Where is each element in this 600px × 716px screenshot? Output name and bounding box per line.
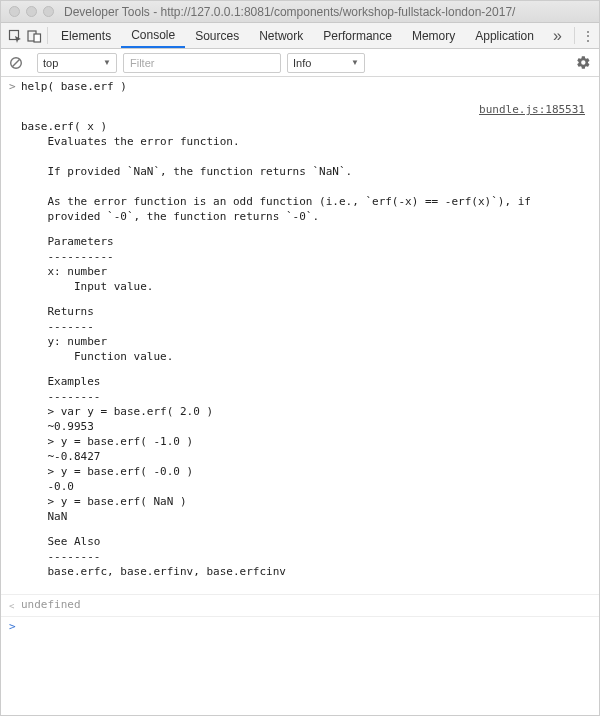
- traffic-lights: [9, 6, 54, 17]
- help-signature: base.erf( x ): [21, 119, 589, 134]
- section-underline: --------: [21, 549, 589, 564]
- help-blank: [21, 579, 589, 594]
- section-underline: ----------: [21, 249, 589, 264]
- tab-sources[interactable]: Sources: [185, 23, 249, 48]
- see-also-line: base.erfc, base.erfinv, base.erfcinv: [21, 564, 589, 579]
- help-blank: [21, 179, 589, 194]
- tab-network[interactable]: Network: [249, 23, 313, 48]
- example-result: ~-0.8427: [21, 449, 589, 464]
- console-settings-icon[interactable]: [573, 53, 593, 73]
- close-window-button[interactable]: [9, 6, 20, 17]
- tab-memory[interactable]: Memory: [402, 23, 465, 48]
- window-titlebar: Developer Tools - http://127.0.0.1:8081/…: [1, 1, 599, 23]
- section-heading: See Also: [21, 534, 589, 549]
- help-line: If provided `NaN`, the function returns …: [21, 164, 589, 179]
- return-line: y: number: [21, 334, 589, 349]
- return-desc: Function value.: [21, 349, 589, 364]
- section-heading: Examples: [21, 374, 589, 389]
- example-line: > y = base.erf( -0.0 ): [21, 464, 589, 479]
- clear-console-icon[interactable]: [7, 54, 25, 72]
- example-result: ~0.9953: [21, 419, 589, 434]
- section-underline: -------: [21, 319, 589, 334]
- section-heading: Parameters: [21, 234, 589, 249]
- help-line: As the error function is an odd function…: [21, 194, 589, 209]
- device-toolbar-icon[interactable]: [25, 23, 45, 48]
- example-result: NaN: [21, 509, 589, 524]
- command-text: help( base.erf ): [21, 79, 591, 94]
- minimize-window-button[interactable]: [26, 6, 37, 17]
- tab-application[interactable]: Application: [465, 23, 544, 48]
- inspect-element-icon[interactable]: [5, 23, 25, 48]
- example-line: > y = base.erf( -1.0 ): [21, 434, 589, 449]
- console-toolbar: top ▼ Info ▼: [1, 49, 599, 77]
- section-heading: Returns: [21, 304, 589, 319]
- example-result: -0.0: [21, 479, 589, 494]
- source-link-row: bundle.js:185531: [1, 96, 599, 119]
- example-line: > var y = base.erf( 2.0 ): [21, 404, 589, 419]
- help-line: provided `-0`, the function returns `-0`…: [21, 209, 589, 224]
- level-label: Info: [293, 57, 311, 69]
- param-line: x: number: [21, 264, 589, 279]
- window-title: Developer Tools - http://127.0.0.1:8081/…: [64, 5, 515, 19]
- panel-tabs: Elements Console Sources Network Perform…: [51, 23, 544, 48]
- tab-elements[interactable]: Elements: [51, 23, 121, 48]
- chevron-down-icon: ▼: [103, 58, 111, 67]
- console-input-echo: > help( base.erf ): [1, 77, 599, 96]
- execution-context-selector[interactable]: top ▼: [37, 53, 117, 73]
- settings-menu-button[interactable]: ⋮: [578, 23, 599, 48]
- devtools-window: Developer Tools - http://127.0.0.1:8081/…: [0, 0, 600, 716]
- separator: [574, 27, 575, 44]
- svg-line-4: [12, 59, 19, 66]
- tabs-overflow-button[interactable]: »: [544, 23, 571, 48]
- context-label: top: [43, 57, 58, 69]
- param-desc: Input value.: [21, 279, 589, 294]
- console-output[interactable]: > help( base.erf ) bundle.js:185531 base…: [1, 77, 599, 715]
- help-blank: [21, 149, 589, 164]
- source-link[interactable]: bundle.js:185531: [479, 102, 589, 117]
- chevron-down-icon: ▼: [351, 58, 359, 67]
- tab-performance[interactable]: Performance: [313, 23, 402, 48]
- input-chevron-icon: >: [9, 79, 21, 94]
- output-chevron-icon: <: [9, 597, 21, 614]
- help-line: Evaluates the error function.: [21, 134, 589, 149]
- prompt-chevron-icon: >: [9, 619, 21, 634]
- section-underline: --------: [21, 389, 589, 404]
- filter-input[interactable]: [123, 53, 281, 73]
- console-return-row: < undefined: [1, 594, 599, 617]
- example-line: > y = base.erf( NaN ): [21, 494, 589, 509]
- zoom-window-button[interactable]: [43, 6, 54, 17]
- help-output: base.erf( x ) Evaluates the error functi…: [1, 119, 599, 594]
- svg-rect-2: [34, 34, 41, 42]
- devtools-tabstrip: Elements Console Sources Network Perform…: [1, 23, 599, 49]
- return-value: undefined: [21, 597, 591, 614]
- log-level-selector[interactable]: Info ▼: [287, 53, 365, 73]
- console-input[interactable]: [21, 619, 591, 634]
- tab-console[interactable]: Console: [121, 23, 185, 48]
- separator: [47, 27, 48, 44]
- console-prompt[interactable]: >: [1, 617, 599, 636]
